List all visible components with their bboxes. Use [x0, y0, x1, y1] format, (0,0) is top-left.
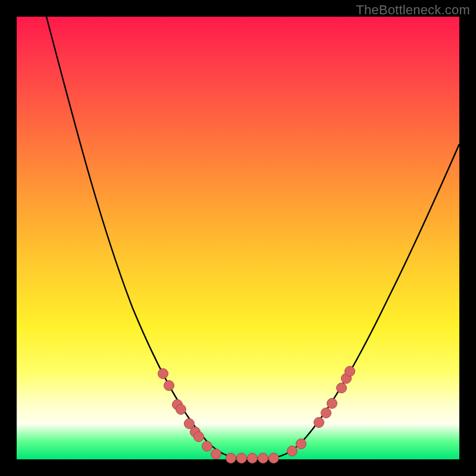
marker-dot [202, 441, 212, 452]
marker-dot [176, 405, 186, 415]
marker-dot [184, 419, 195, 429]
chart-svg [17, 17, 459, 459]
marker-dot [258, 453, 268, 464]
marker-dot [269, 453, 279, 464]
outer-frame: TheBottleneck.com [0, 0, 476, 476]
marker-group [158, 367, 355, 464]
marker-dot [164, 381, 174, 391]
bottleneck-curve [46, 17, 459, 458]
curve-group [46, 17, 459, 458]
marker-dot [237, 453, 247, 464]
marker-dot [211, 449, 221, 459]
marker-dot [296, 439, 306, 449]
marker-dot [158, 369, 168, 379]
marker-dot [248, 453, 258, 464]
marker-dot [327, 399, 337, 409]
marker-dot [314, 418, 324, 428]
marker-dot [226, 453, 236, 464]
marker-dot [194, 432, 204, 442]
marker-dot [337, 383, 347, 393]
watermark-text: TheBottleneck.com [356, 2, 470, 18]
marker-dot [345, 367, 355, 377]
marker-dot [321, 408, 331, 418]
marker-dot [287, 446, 298, 456]
plot-area [17, 17, 459, 459]
